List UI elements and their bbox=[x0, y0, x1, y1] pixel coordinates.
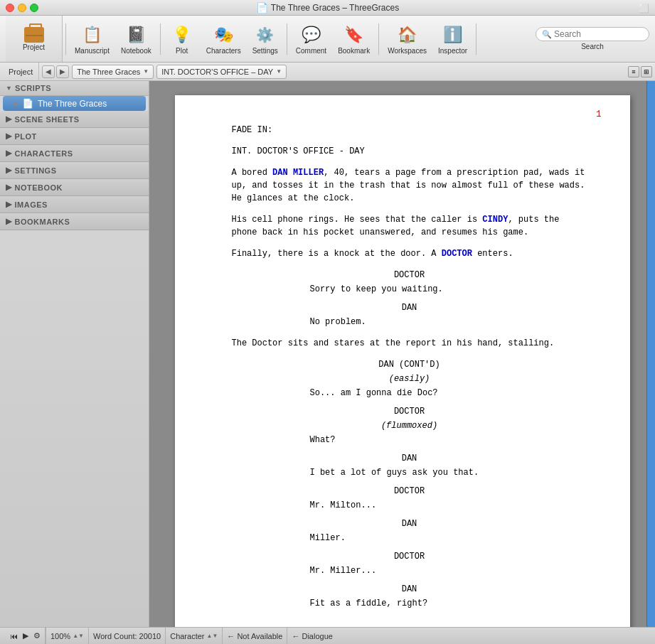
dialogue-text-dan-1: No problem. bbox=[310, 316, 509, 328]
dialogue-char-dan-3: DAN bbox=[232, 517, 587, 530]
close-button[interactable] bbox=[6, 4, 14, 12]
workspaces-button[interactable]: 🏠 Workspaces bbox=[382, 21, 432, 58]
right-handle bbox=[646, 81, 655, 627]
characters-chevron[interactable]: ▶ bbox=[6, 149, 12, 158]
settings-section[interactable]: ▶ SETTINGS bbox=[0, 162, 149, 179]
plot-icon: 💡 bbox=[171, 23, 193, 46]
search-input[interactable] bbox=[554, 29, 646, 39]
window-title: The Three Graces – ThreeGraces bbox=[271, 3, 399, 13]
list-view-icon[interactable]: ≡ bbox=[628, 66, 639, 77]
manuscript-label: Manuscript bbox=[75, 47, 110, 55]
notebook-icon: 📓 bbox=[124, 23, 147, 46]
zoom-chevron[interactable]: ▲▼ bbox=[73, 633, 84, 639]
scripts-section-header[interactable]: ▼ SCRIPTS bbox=[0, 81, 149, 96]
scene-sheets-section[interactable]: ▶ SCENE SHEETS bbox=[0, 111, 149, 128]
bookmarks-chevron[interactable]: ▶ bbox=[6, 217, 12, 226]
word-count: Word Count: 20010 bbox=[89, 628, 166, 644]
dialogue-char-dan-contd: DAN (CONT'D) bbox=[232, 358, 587, 371]
inspector-icon: ℹ️ bbox=[442, 23, 464, 46]
sidebar: ▼ SCRIPTS ▶ 📄 The Three Graces ▶ SCENE S… bbox=[0, 81, 149, 627]
grid-view-icon[interactable]: ⊞ bbox=[641, 66, 652, 77]
settings-button[interactable]: ⚙️ Settings bbox=[247, 21, 284, 58]
dialogue-doctor-4: DOCTOR Mr. Miller... bbox=[232, 550, 587, 577]
script-selector[interactable]: The Three Graces ▼ bbox=[72, 65, 154, 79]
scene-selector-chevron: ▼ bbox=[276, 68, 282, 75]
search-label: Search bbox=[581, 43, 604, 50]
maximize-button[interactable] bbox=[30, 4, 38, 12]
dialogue-paren-doctor-2: (flummoxed) bbox=[232, 419, 587, 432]
comment-label: Comment bbox=[296, 47, 326, 55]
plot-label: Plot bbox=[176, 47, 188, 55]
workspaces-label: Workspaces bbox=[388, 47, 427, 55]
plot-button[interactable]: 💡 Plot bbox=[164, 21, 201, 58]
status-icons[interactable]: ⏮ ▶ ⚙ bbox=[6, 628, 46, 644]
dialogue-text-dan-contd: So... am I gonna die Doc? bbox=[310, 387, 509, 399]
element-type-control[interactable]: Character ▲▼ bbox=[166, 628, 223, 644]
settings-sidebar-chevron[interactable]: ▶ bbox=[6, 166, 12, 175]
dialogue-doctor-3: DOCTOR Mr. Milton... bbox=[232, 485, 587, 512]
script-selector-chevron: ▼ bbox=[143, 68, 149, 75]
plot-section[interactable]: ▶ PLOT bbox=[0, 128, 149, 145]
project-button[interactable]: Project bbox=[6, 16, 63, 62]
dialogue-text-dan-4: Fit as a fiddle, right? bbox=[310, 597, 509, 610]
workspaces-icon: 🏠 bbox=[396, 23, 419, 46]
characters-button[interactable]: 🎭 Characters bbox=[201, 21, 247, 58]
zoom-control[interactable]: 100% ▲▼ bbox=[46, 628, 89, 644]
characters-icon: 🎭 bbox=[212, 23, 235, 46]
window-controls[interactable] bbox=[6, 4, 38, 12]
dialogue-text-doctor-3: Mr. Milton... bbox=[310, 499, 509, 512]
plot-label: PLOT bbox=[15, 132, 37, 141]
nav-bar: Project ◀ ▶ The Three Graces ▼ INT. DOCT… bbox=[0, 63, 655, 81]
zoom-value: 100% bbox=[50, 632, 70, 640]
separator-2 bbox=[160, 23, 161, 55]
window-resize[interactable]: ⬜ bbox=[639, 1, 649, 14]
notebook-section[interactable]: ▶ NOTEBOOK bbox=[0, 179, 149, 196]
plot-chevron[interactable]: ▶ bbox=[6, 132, 12, 141]
scene-sheets-chevron[interactable]: ▶ bbox=[6, 114, 12, 124]
characters-label: Characters bbox=[206, 47, 241, 55]
notebook-button[interactable]: 📓 Notebook bbox=[115, 21, 157, 58]
dialogue-char-doctor-4: DOCTOR bbox=[232, 550, 587, 563]
images-section[interactable]: ▶ IMAGES bbox=[0, 196, 149, 213]
separator-1 bbox=[65, 23, 66, 55]
script-page[interactable]: 1 FADE IN: INT. DOCTOR'S OFFICE - DAY A … bbox=[175, 95, 630, 627]
dialogue-text-doctor-1: Sorry to keep you waiting. bbox=[310, 283, 509, 296]
notebook-sidebar-label: NOTEBOOK bbox=[15, 183, 63, 192]
style-control[interactable]: ← Dialogue bbox=[287, 628, 336, 644]
bookmark-button[interactable]: 🔖 Bookmark bbox=[332, 21, 376, 58]
scripts-section-label: SCRIPTS bbox=[15, 84, 51, 92]
dialogue-text-doctor-4: Mr. Miller... bbox=[310, 564, 509, 577]
page-number: 1 bbox=[596, 108, 601, 121]
separator-3 bbox=[287, 23, 287, 55]
scene-heading: INT. DOCTOR'S OFFICE - DAY bbox=[232, 145, 587, 158]
status-available: ← Not Available bbox=[223, 628, 287, 644]
nav-arrows[interactable]: ◀ ▶ bbox=[42, 65, 69, 78]
sidebar-item-three-graces[interactable]: ▶ 📄 The Three Graces bbox=[3, 96, 146, 111]
element-type-chevron[interactable]: ▲▼ bbox=[206, 633, 218, 639]
bookmarks-label: BOOKMARKS bbox=[15, 218, 70, 226]
manuscript-button[interactable]: 📋 Manuscript bbox=[69, 21, 115, 58]
scripts-section-chevron[interactable]: ▼ bbox=[6, 85, 12, 92]
dialogue-doctor-2: DOCTOR (flummoxed) What? bbox=[232, 405, 587, 446]
bookmark-label: Bookmark bbox=[338, 47, 370, 55]
view-toggle[interactable]: ≡ ⊞ bbox=[628, 66, 652, 77]
title-bar: 📄 The Three Graces – ThreeGraces ⬜ bbox=[0, 0, 655, 16]
dialogue-dan-contd: DAN (CONT'D) (easily) So... am I gonna d… bbox=[232, 358, 587, 399]
inspector-button[interactable]: ℹ️ Inspector bbox=[432, 21, 473, 58]
settings-status-icon[interactable]: ⚙ bbox=[33, 631, 41, 640]
nav-forward-button[interactable]: ▶ bbox=[56, 65, 69, 78]
toolbar: Project 📋 Manuscript 📓 Notebook 💡 Plot 🎭… bbox=[0, 16, 655, 63]
nav-back-button[interactable]: ◀ bbox=[42, 65, 55, 78]
scene-selector[interactable]: INT. DOCTOR'S OFFICE – DAY ▼ bbox=[156, 65, 287, 79]
comment-button[interactable]: 💬 Comment bbox=[290, 21, 332, 58]
images-chevron[interactable]: ▶ bbox=[6, 200, 12, 209]
play-icon[interactable]: ▶ bbox=[23, 631, 28, 640]
notebook-sidebar-chevron[interactable]: ▶ bbox=[6, 183, 12, 192]
three-graces-label: The Three Graces bbox=[38, 99, 107, 109]
action-3: Finally, there is a knock at the door. A… bbox=[232, 247, 587, 260]
characters-section[interactable]: ▶ CHARACTERS bbox=[0, 145, 149, 162]
minimize-button[interactable] bbox=[18, 4, 26, 12]
search-input-wrap[interactable]: 🔍 bbox=[536, 27, 649, 41]
bookmarks-section[interactable]: ▶ BOOKMARKS bbox=[0, 213, 149, 230]
rewind-icon[interactable]: ⏮ bbox=[10, 632, 18, 640]
